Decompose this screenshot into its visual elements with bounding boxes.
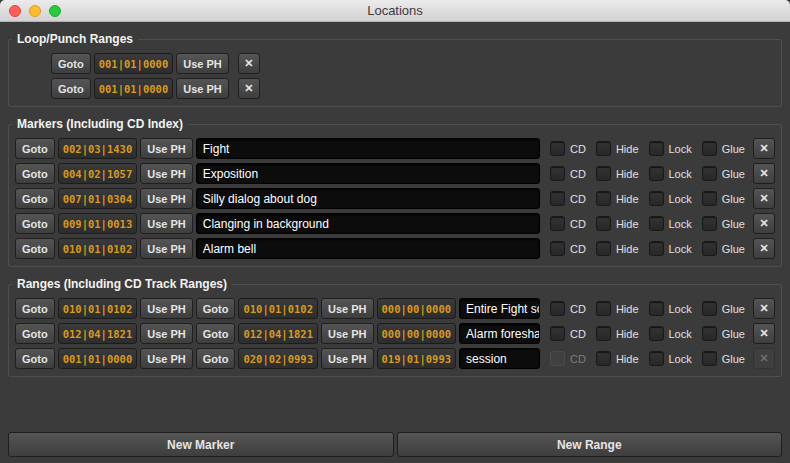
marker-name-input[interactable]: Clanging in background (196, 213, 540, 234)
cd-label: CD (570, 353, 586, 365)
range-start-clock[interactable]: 012|04|1821 (58, 323, 138, 344)
cd-checkbox[interactable] (550, 166, 565, 181)
glue-checkbox[interactable] (702, 326, 717, 341)
loop-start-clock[interactable]: 001|01|0000 (94, 53, 174, 74)
hide-checkbox[interactable] (596, 326, 611, 341)
use-ph-button[interactable]: Use PH (140, 298, 193, 319)
range-length-clock[interactable]: 019|01|0993 (377, 348, 457, 369)
marker-time-clock[interactable]: 004|02|1057 (58, 163, 138, 184)
glue-checkbox[interactable] (702, 216, 717, 231)
punch-start-clock[interactable]: 001|01|0000 (94, 78, 174, 99)
use-ph-button[interactable]: Use PH (140, 323, 193, 344)
loop-range-row: Goto 001|01|0000 Use PH ✕ (51, 53, 775, 74)
goto-button[interactable]: Goto (15, 238, 55, 259)
range-length-clock[interactable]: 000|00|0000 (377, 323, 457, 344)
goto-button[interactable]: Goto (51, 78, 91, 99)
hide-checkbox[interactable] (596, 241, 611, 256)
range-name-input[interactable]: Entire Fight scene (459, 298, 540, 319)
remove-marker-button[interactable]: ✕ (753, 238, 775, 259)
use-ph-button[interactable]: Use PH (321, 323, 374, 344)
goto-button[interactable]: Goto (15, 348, 55, 369)
cd-checkbox[interactable] (550, 141, 565, 156)
use-ph-button[interactable]: Use PH (140, 348, 193, 369)
lock-checkbox[interactable] (649, 326, 664, 341)
use-ph-button[interactable]: Use PH (176, 78, 229, 99)
cd-checkbox[interactable] (550, 191, 565, 206)
marker-time-clock[interactable]: 009|01|0013 (58, 213, 138, 234)
cd-label: CD (570, 168, 586, 180)
range-end-clock[interactable]: 020|02|0993 (238, 348, 318, 369)
close-button[interactable] (9, 5, 21, 17)
glue-checkbox[interactable] (702, 166, 717, 181)
cd-checkbox[interactable] (550, 241, 565, 256)
remove-punch-range-button[interactable]: ✕ (238, 78, 260, 99)
minimize-button[interactable] (29, 5, 41, 17)
glue-checkbox[interactable] (702, 351, 717, 366)
glue-checkbox[interactable] (702, 141, 717, 156)
marker-time-clock[interactable]: 002|03|1430 (58, 138, 138, 159)
lock-checkbox[interactable] (649, 166, 664, 181)
goto-button[interactable]: Goto (15, 298, 55, 319)
remove-range-button[interactable]: ✕ (753, 323, 775, 344)
goto-button[interactable]: Goto (15, 323, 55, 344)
lock-checkbox-group: Lock (649, 216, 692, 231)
lock-checkbox[interactable] (649, 216, 664, 231)
marker-time-clock[interactable]: 010|01|0102 (58, 238, 138, 259)
remove-loop-range-button[interactable]: ✕ (238, 53, 260, 74)
remove-marker-button[interactable]: ✕ (753, 163, 775, 184)
range-start-clock[interactable]: 010|01|0102 (58, 298, 138, 319)
use-ph-button[interactable]: Use PH (140, 188, 193, 209)
use-ph-button[interactable]: Use PH (140, 138, 193, 159)
goto-button[interactable]: Goto (51, 53, 91, 74)
use-ph-button[interactable]: Use PH (140, 238, 193, 259)
remove-marker-button[interactable]: ✕ (753, 213, 775, 234)
range-name-input[interactable]: session (459, 348, 540, 369)
marker-name-input[interactable]: Silly dialog about dog (196, 188, 540, 209)
range-length-clock[interactable]: 000|00|0000 (377, 298, 457, 319)
lock-checkbox[interactable] (649, 301, 664, 316)
glue-checkbox[interactable] (702, 301, 717, 316)
new-range-button[interactable]: New Range (397, 432, 783, 457)
use-ph-button[interactable]: Use PH (176, 53, 229, 74)
use-ph-button[interactable]: Use PH (140, 213, 193, 234)
lock-checkbox[interactable] (649, 241, 664, 256)
marker-name-input[interactable]: Fight (196, 138, 540, 159)
range-end-clock[interactable]: 012|04|1821 (238, 323, 318, 344)
lock-checkbox[interactable] (649, 351, 664, 366)
range-start-clock[interactable]: 001|01|0000 (58, 348, 138, 369)
cd-checkbox[interactable] (550, 326, 565, 341)
range-end-clock[interactable]: 010|01|0102 (238, 298, 318, 319)
goto-button[interactable]: Goto (196, 348, 236, 369)
lock-checkbox[interactable] (649, 141, 664, 156)
hide-checkbox[interactable] (596, 301, 611, 316)
range-name-input[interactable]: Alarm foreshadow (459, 323, 540, 344)
new-marker-button[interactable]: New Marker (8, 432, 394, 457)
use-ph-button[interactable]: Use PH (140, 163, 193, 184)
goto-button[interactable]: Goto (196, 323, 236, 344)
zoom-button[interactable] (49, 5, 61, 17)
glue-checkbox[interactable] (702, 191, 717, 206)
cd-checkbox[interactable] (550, 301, 565, 316)
footer-buttons: New Marker New Range (8, 428, 782, 457)
remove-range-button[interactable]: ✕ (753, 298, 775, 319)
hide-checkbox[interactable] (596, 166, 611, 181)
remove-marker-button[interactable]: ✕ (753, 138, 775, 159)
marker-name-input[interactable]: Exposition (196, 163, 540, 184)
use-ph-button[interactable]: Use PH (321, 298, 374, 319)
glue-checkbox[interactable] (702, 241, 717, 256)
goto-button[interactable]: Goto (15, 163, 55, 184)
hide-checkbox[interactable] (596, 216, 611, 231)
marker-name-input[interactable]: Alarm bell (196, 238, 540, 259)
goto-button[interactable]: Goto (15, 213, 55, 234)
goto-button[interactable]: Goto (196, 298, 236, 319)
use-ph-button[interactable]: Use PH (321, 348, 374, 369)
hide-checkbox[interactable] (596, 351, 611, 366)
cd-checkbox[interactable] (550, 216, 565, 231)
marker-time-clock[interactable]: 007|01|0304 (58, 188, 138, 209)
hide-checkbox[interactable] (596, 191, 611, 206)
hide-checkbox[interactable] (596, 141, 611, 156)
goto-button[interactable]: Goto (15, 138, 55, 159)
remove-marker-button[interactable]: ✕ (753, 188, 775, 209)
goto-button[interactable]: Goto (15, 188, 55, 209)
lock-checkbox[interactable] (649, 191, 664, 206)
